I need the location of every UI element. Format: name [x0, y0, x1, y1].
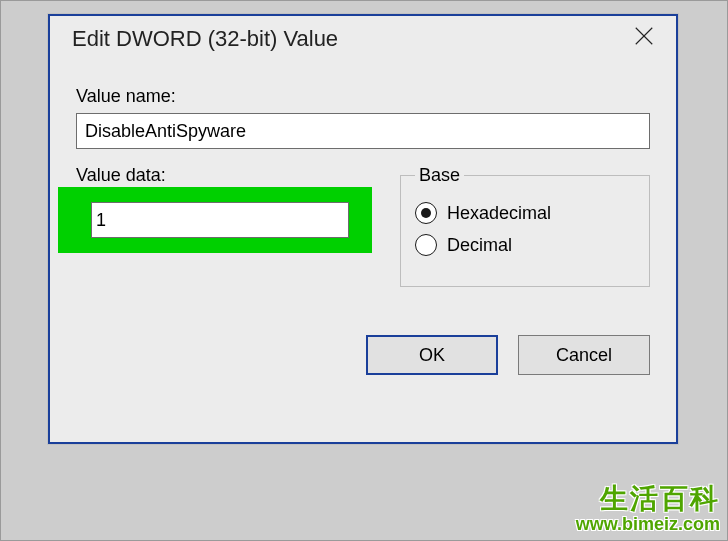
close-icon: [633, 25, 655, 53]
dialog-content: Value name: DisableAntiSpyware Value dat…: [50, 62, 676, 375]
value-name-text: DisableAntiSpyware: [85, 121, 246, 141]
value-name-input[interactable]: DisableAntiSpyware: [76, 113, 650, 149]
value-data-input-wrap[interactable]: [91, 202, 349, 238]
radio-icon: [415, 234, 437, 256]
value-data-highlight: [58, 187, 372, 253]
cancel-button[interactable]: Cancel: [518, 335, 650, 375]
cancel-button-label: Cancel: [556, 345, 612, 366]
radio-icon: [415, 202, 437, 224]
ok-button[interactable]: OK: [366, 335, 498, 375]
close-button[interactable]: [630, 25, 658, 53]
radio-decimal[interactable]: Decimal: [415, 234, 635, 256]
ok-button-label: OK: [419, 345, 445, 366]
dialog-button-row: OK Cancel: [76, 335, 650, 375]
base-legend: Base: [415, 165, 464, 186]
base-groupbox: Base Hexadecimal Decimal: [400, 165, 650, 287]
dialog-titlebar[interactable]: Edit DWORD (32-bit) Value: [50, 16, 676, 62]
radio-dec-label: Decimal: [447, 235, 512, 256]
radio-hexadecimal[interactable]: Hexadecimal: [415, 202, 635, 224]
watermark: 生活百科 www.bimeiz.com: [576, 484, 720, 535]
value-data-input[interactable]: [92, 203, 348, 237]
value-name-label: Value name:: [76, 86, 650, 107]
value-data-label: Value data:: [76, 165, 372, 186]
watermark-url: www.bimeiz.com: [576, 515, 720, 535]
radio-hex-label: Hexadecimal: [447, 203, 551, 224]
edit-dword-dialog: Edit DWORD (32-bit) Value Value name: Di…: [48, 14, 678, 444]
watermark-text: 生活百科: [576, 484, 720, 515]
dialog-title: Edit DWORD (32-bit) Value: [72, 26, 338, 52]
